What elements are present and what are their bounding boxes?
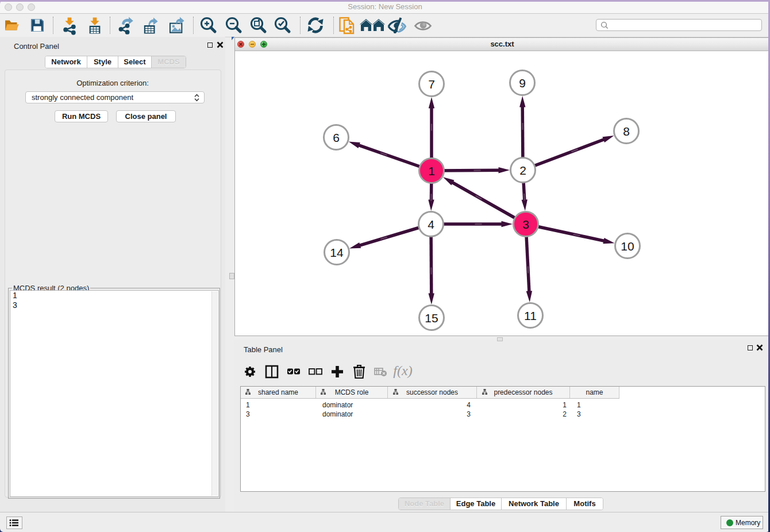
svg-text:15: 15 xyxy=(425,311,438,325)
svg-text:3: 3 xyxy=(522,218,529,231)
svg-text:10: 10 xyxy=(621,240,634,253)
svg-text:14: 14 xyxy=(330,246,344,259)
svg-text:11: 11 xyxy=(524,309,537,322)
svg-text:7: 7 xyxy=(428,78,435,91)
svg-text:2: 2 xyxy=(519,164,526,177)
svg-text:9: 9 xyxy=(519,76,526,90)
svg-text:f(x): f(x) xyxy=(393,363,412,378)
svg-text:4: 4 xyxy=(428,218,434,231)
svg-text:8: 8 xyxy=(623,125,630,138)
svg-text:1: 1 xyxy=(428,164,435,178)
svg-text:6: 6 xyxy=(333,131,340,144)
